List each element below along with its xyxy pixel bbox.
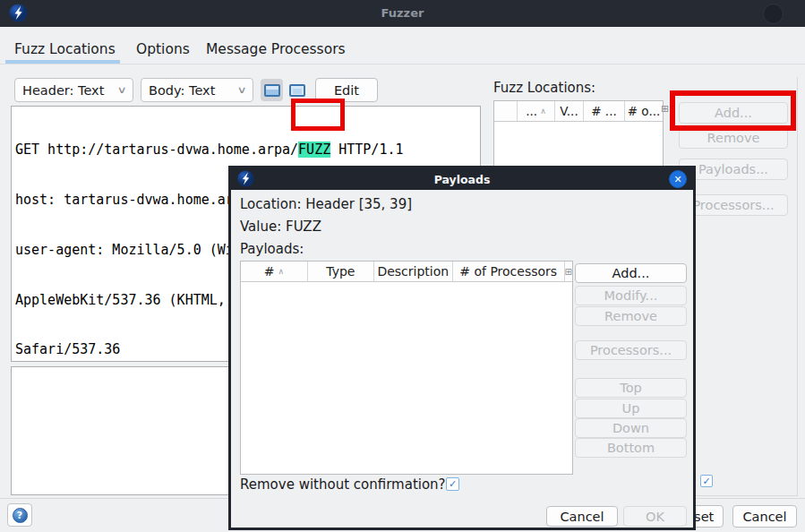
- column-header[interactable]: # ...: [584, 101, 625, 121]
- check-icon: ✓: [702, 476, 710, 487]
- payloads-table[interactable]: #∧ Type Description # of Processors ⊞: [240, 261, 573, 475]
- column-control-icon[interactable]: ⊞: [565, 262, 572, 281]
- split-view-icon: [264, 84, 280, 97]
- remove-confirmation-checkbox[interactable]: ✓: [446, 477, 459, 491]
- main-cancel-button[interactable]: Cancel: [732, 505, 797, 528]
- tab-fuzz-locations[interactable]: Fuzz Locations: [14, 41, 116, 57]
- payload-bottom-button[interactable]: Bottom: [575, 438, 687, 458]
- tabbed-view-button[interactable]: [286, 79, 308, 101]
- remove-confirmation-label: Remove without confirmation?: [240, 476, 446, 493]
- tab-options[interactable]: Options: [136, 41, 190, 57]
- dialog-title-bar: Payloads ✕: [231, 168, 693, 190]
- column-header[interactable]: Type: [308, 262, 374, 281]
- request-line: GET http://tartarus-dvwa.home.arpa/FUZZ …: [15, 142, 480, 159]
- tab-divider: [0, 64, 805, 64]
- payload-modify-button[interactable]: Modify...: [575, 286, 687, 305]
- tabbed-view-icon: [289, 84, 305, 97]
- main-option-checkbox[interactable]: ✓: [700, 475, 713, 487]
- fuzz-add-button[interactable]: Add...: [679, 102, 788, 124]
- split-view-button[interactable]: [261, 79, 283, 101]
- column-header[interactable]: # o...: [625, 101, 663, 121]
- payloads-table-header: #∧ Type Description # of Processors ⊞: [241, 262, 572, 282]
- fuzzer-window: Fuzzer Fuzz Locations Options Message Pr…: [0, 0, 805, 532]
- window-title: Fuzzer: [0, 6, 805, 20]
- fuzz-locations-label: Fuzz Locations:: [493, 80, 595, 96]
- header-view-select[interactable]: Header: Text ∨: [14, 78, 133, 102]
- dialog-title: Payloads: [231, 173, 693, 186]
- payload-add-button[interactable]: Add...: [575, 263, 687, 283]
- payload-up-button[interactable]: Up: [575, 399, 687, 418]
- body-view-value: Body: Text: [149, 83, 215, 98]
- help-button[interactable]: ?: [7, 503, 32, 527]
- sort-ascending-icon: ∧: [278, 267, 285, 276]
- sort-ascending-icon: ∧: [540, 107, 546, 116]
- payload-processors-button[interactable]: Processors...: [575, 340, 687, 360]
- column-header[interactable]: V...: [555, 101, 584, 121]
- help-icon: ?: [13, 508, 28, 523]
- column-header[interactable]: ...∧: [518, 101, 555, 121]
- payload-remove-button[interactable]: Remove: [575, 306, 687, 326]
- dialog-close-button[interactable]: ✕: [669, 170, 687, 188]
- location-label: Location: Header [35, 39]: [240, 196, 412, 212]
- column-header[interactable]: Description: [374, 262, 453, 281]
- dialog-cancel-button[interactable]: Cancel: [546, 506, 618, 527]
- edit-toggle-button[interactable]: Edit: [315, 78, 378, 102]
- fuzz-location-highlight: FUZZ: [298, 142, 330, 158]
- body-view-select[interactable]: Body: Text ∨: [141, 78, 253, 102]
- column-header[interactable]: #∧: [241, 262, 308, 281]
- column-header[interactable]: # of Processors: [453, 262, 565, 281]
- title-bar: Fuzzer: [0, 0, 805, 27]
- fuzz-remove-button[interactable]: Remove: [679, 127, 788, 149]
- tab-message-processors[interactable]: Message Processors: [206, 41, 346, 57]
- close-icon: ✕: [673, 174, 681, 185]
- column-header[interactable]: [494, 101, 518, 121]
- value-label: Value: FUZZ: [240, 219, 321, 235]
- header-view-value: Header: Text: [22, 83, 104, 98]
- check-icon: ✓: [449, 478, 457, 490]
- chevron-down-icon: ∨: [116, 84, 126, 96]
- window-close-button[interactable]: [763, 4, 784, 24]
- payloads-label: Payloads:: [240, 241, 304, 257]
- fuzz-locations-table-header: ...∧ V... # ... # o...: [494, 101, 663, 122]
- payload-top-button[interactable]: Top: [575, 378, 687, 398]
- panel-border: [797, 77, 798, 496]
- column-control-icon[interactable]: ⊞: [661, 103, 669, 115]
- payload-down-button[interactable]: Down: [575, 418, 687, 438]
- dialog-ok-button[interactable]: OK: [623, 506, 687, 527]
- payloads-dialog: Payloads ✕ Location: Header [35, 39] Val…: [228, 166, 696, 530]
- chevron-down-icon: ∨: [236, 84, 246, 96]
